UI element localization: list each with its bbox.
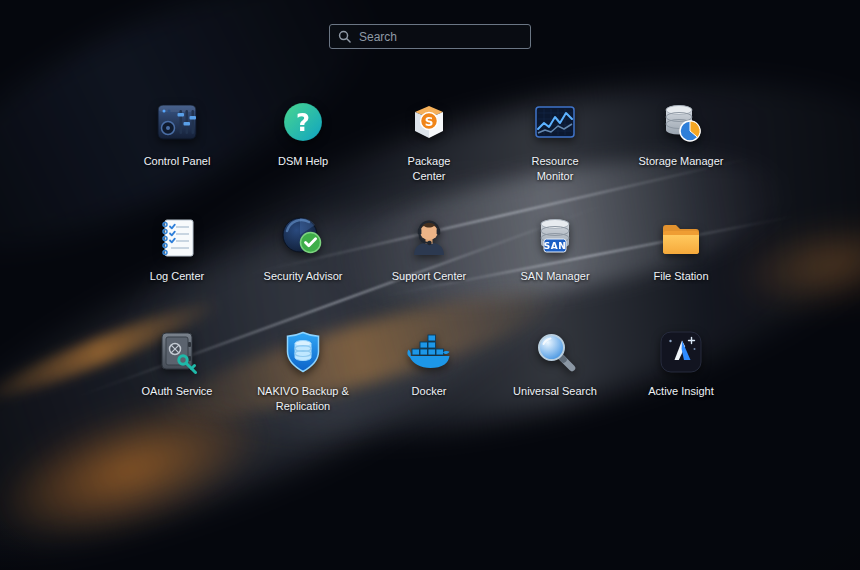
search-bar xyxy=(329,24,531,49)
app-file-station[interactable]: File Station xyxy=(618,213,744,328)
app-label: SAN Manager xyxy=(520,269,589,284)
search-icon xyxy=(338,30,351,43)
security-advisor-icon xyxy=(279,213,327,261)
nakivo-icon xyxy=(279,328,327,376)
package-center-icon: S xyxy=(405,98,453,146)
storage-manager-icon xyxy=(657,98,705,146)
app-universal-search[interactable]: Universal Search xyxy=(492,328,618,443)
app-oauth-service[interactable]: OAuth Service xyxy=(114,328,240,443)
app-control-panel[interactable]: Control Panel xyxy=(114,98,240,213)
app-active-insight[interactable]: Active Insight xyxy=(618,328,744,443)
app-package-center[interactable]: S Package Center xyxy=(366,98,492,213)
dsm-app-launcher: { "search": { "placeholder": "Search" },… xyxy=(0,0,860,570)
app-label: Universal Search xyxy=(513,384,597,399)
app-resource-monitor[interactable]: Resource Monitor xyxy=(492,98,618,213)
app-label: Storage Manager xyxy=(639,154,724,169)
app-label: Docker xyxy=(412,384,447,399)
support-center-icon xyxy=(405,213,453,261)
app-label: OAuth Service xyxy=(142,384,213,399)
app-label: NAKIVO Backup & Replication xyxy=(257,384,349,414)
app-label: Control Panel xyxy=(144,154,211,169)
app-dsm-help[interactable]: ? DSM Help xyxy=(240,98,366,213)
universal-search-icon xyxy=(531,328,579,376)
app-label: Resource Monitor xyxy=(531,154,578,184)
app-support-center[interactable]: Support Center xyxy=(366,213,492,328)
dsm-help-icon: ? xyxy=(279,98,327,146)
docker-icon xyxy=(405,328,453,376)
app-label: Security Advisor xyxy=(264,269,343,284)
svg-text:SAN: SAN xyxy=(544,241,566,251)
app-label: File Station xyxy=(653,269,708,284)
san-manager-icon: SAN xyxy=(531,213,579,261)
app-log-center[interactable]: Log Center xyxy=(114,213,240,328)
app-security-advisor[interactable]: Security Advisor xyxy=(240,213,366,328)
search-input[interactable] xyxy=(357,29,522,45)
app-label: Active Insight xyxy=(648,384,713,399)
app-grid: Control Panel ? DSM Help S Package Cente… xyxy=(114,98,744,443)
app-docker[interactable]: Docker xyxy=(366,328,492,443)
svg-text:S: S xyxy=(425,115,434,129)
app-label: Package Center xyxy=(408,154,451,184)
app-storage-manager[interactable]: Storage Manager xyxy=(618,98,744,213)
active-insight-icon xyxy=(657,328,705,376)
file-station-icon xyxy=(657,213,705,261)
app-label: DSM Help xyxy=(278,154,328,169)
oauth-service-icon xyxy=(153,328,201,376)
app-san-manager[interactable]: SAN SAN Manager xyxy=(492,213,618,328)
app-label: Log Center xyxy=(150,269,204,284)
resource-monitor-icon xyxy=(531,98,579,146)
app-label: Support Center xyxy=(392,269,467,284)
control-panel-icon xyxy=(153,98,201,146)
log-center-icon xyxy=(153,213,201,261)
app-nakivo-backup-replication[interactable]: NAKIVO Backup & Replication xyxy=(240,328,366,443)
svg-text:?: ? xyxy=(296,109,310,137)
